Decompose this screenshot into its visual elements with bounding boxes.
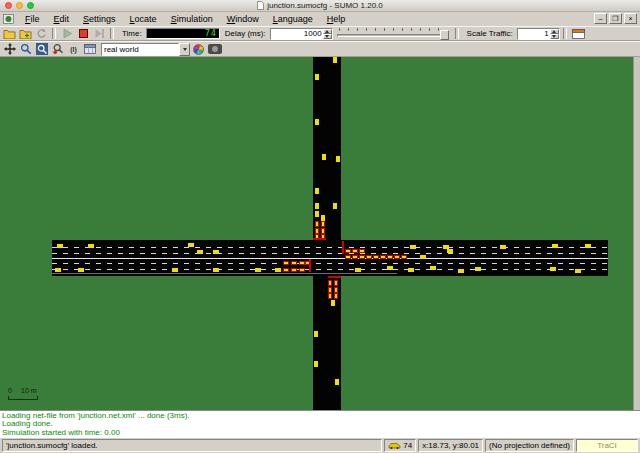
show-tooltips-button[interactable]: (I) xyxy=(66,43,81,56)
vehicle xyxy=(359,249,365,253)
menu-simulation[interactable]: Simulation xyxy=(164,13,220,25)
close-button[interactable]: × xyxy=(624,13,637,24)
vehicle xyxy=(315,119,319,125)
menu-edit[interactable]: Edit xyxy=(47,13,77,25)
locate-button[interactable] xyxy=(50,43,65,56)
projection-status: (No projection defined) xyxy=(485,439,574,452)
vehicle xyxy=(355,268,361,272)
menu-settings[interactable]: Settings xyxy=(76,13,123,25)
delay-value[interactable]: 1000 xyxy=(271,29,323,39)
vehicle xyxy=(475,267,481,271)
recenter-view-button[interactable] xyxy=(2,43,17,56)
simulation-view[interactable]: 0 10 m xyxy=(0,57,633,410)
vehicle xyxy=(352,249,358,253)
reload-button[interactable] xyxy=(34,27,49,40)
new-window-icon xyxy=(572,29,585,39)
stop-button[interactable] xyxy=(76,27,91,40)
vehicle xyxy=(255,268,261,272)
lane-marking xyxy=(52,247,608,248)
center-line xyxy=(52,258,608,259)
open-folder-plus-icon xyxy=(19,29,32,39)
titlebar: junction.sumocfg - SUMO 1.20.0 xyxy=(0,0,640,12)
sumo-main-window: junction.sumocfg - SUMO 1.20.0 File Edit… xyxy=(0,0,640,453)
vehicle xyxy=(88,244,94,248)
zoom-button[interactable] xyxy=(18,43,33,56)
vehicle xyxy=(550,267,556,271)
log-line: Loading net-file from 'junction.net.xml'… xyxy=(2,412,638,420)
open-network-button[interactable] xyxy=(18,27,33,40)
vehicle xyxy=(283,261,289,265)
maximize-button[interactable]: ❐ xyxy=(609,13,622,24)
sumo-app-icon xyxy=(3,14,14,24)
menu-file[interactable]: File xyxy=(18,13,47,25)
step-icon xyxy=(94,28,105,39)
reload-icon xyxy=(36,28,47,39)
time-label: Time: xyxy=(122,29,142,38)
delay-slider[interactable] xyxy=(337,28,449,40)
traffic-light-stop-line xyxy=(328,276,341,278)
zoom-extent-button[interactable] xyxy=(34,43,49,56)
step-button[interactable] xyxy=(92,27,107,40)
coloring-scheme-combo[interactable]: real world xyxy=(101,43,190,56)
camera-icon xyxy=(208,44,222,54)
vehicle xyxy=(299,268,305,272)
combo-dropdown-button[interactable] xyxy=(179,43,190,56)
status-message: 'junction.sumocfg' loaded. xyxy=(2,439,382,452)
vehicle xyxy=(430,266,436,270)
traffic-light-stop-line xyxy=(309,259,311,272)
log-line: Simulation started with time: 0.00 xyxy=(2,429,638,437)
scale-distance-label: 10 m xyxy=(21,387,37,394)
message-log[interactable]: Loading net-file from 'junction.net.xml'… xyxy=(0,410,640,437)
vehicle xyxy=(458,269,464,273)
vehicle xyxy=(585,244,591,248)
vehicle xyxy=(315,74,319,80)
pan-arrows-icon xyxy=(4,43,16,55)
delay-spinbox[interactable]: 1000 xyxy=(270,28,333,40)
vehicle xyxy=(315,188,319,194)
delay-spin-down-icon[interactable] xyxy=(323,34,332,39)
menu-help[interactable]: Help xyxy=(320,13,353,25)
edit-viewport-button[interactable] xyxy=(82,43,97,56)
vehicle xyxy=(394,255,400,259)
edit-coloring-button[interactable] xyxy=(191,43,206,56)
vehicle xyxy=(335,379,339,385)
lane-marking xyxy=(52,253,608,254)
toolbar-separator xyxy=(563,28,567,39)
vehicle xyxy=(359,255,365,259)
traffic-light-stop-line xyxy=(313,238,326,240)
scale-traffic-label: Scale Traffic: xyxy=(467,29,513,38)
open-simulation-button[interactable] xyxy=(2,27,17,40)
magnifier-dark-icon xyxy=(36,43,48,55)
vehicle xyxy=(314,361,318,367)
coloring-scheme-value[interactable]: real world xyxy=(101,43,179,56)
scale-traffic-value[interactable]: 1 xyxy=(518,29,550,39)
scale-spin-down-icon[interactable] xyxy=(550,34,559,39)
vehicle xyxy=(552,244,558,248)
toolbar-separator xyxy=(52,28,56,39)
vehicle xyxy=(410,245,416,249)
menu-locate[interactable]: Locate xyxy=(123,13,164,25)
run-button[interactable] xyxy=(60,27,75,40)
vehicle xyxy=(352,255,358,259)
minimize-button[interactable]: – xyxy=(594,13,607,24)
vehicle xyxy=(575,269,581,273)
vehicle xyxy=(291,261,297,265)
horizontal-road xyxy=(52,240,608,276)
toolbar-separator xyxy=(455,28,459,39)
menu-language[interactable]: Language xyxy=(266,13,320,25)
vehicle xyxy=(345,255,351,259)
vehicle xyxy=(331,300,335,306)
new-view-button[interactable] xyxy=(571,27,586,40)
menu-window[interactable]: Window xyxy=(220,13,266,25)
scale-traffic-spinbox[interactable]: 1 xyxy=(517,28,560,40)
vehicle xyxy=(328,293,332,299)
vehicle xyxy=(380,255,386,259)
vehicle xyxy=(366,255,372,259)
snapshot-button[interactable] xyxy=(207,43,222,56)
status-bar: 'junction.sumocfg' loaded. 74 x:18.73, y… xyxy=(0,437,640,453)
vehicle xyxy=(275,268,281,272)
vehicle xyxy=(387,255,393,259)
view-toolbar: (I) real world xyxy=(0,41,640,57)
slider-handle[interactable] xyxy=(440,30,449,40)
vehicle xyxy=(336,156,340,162)
